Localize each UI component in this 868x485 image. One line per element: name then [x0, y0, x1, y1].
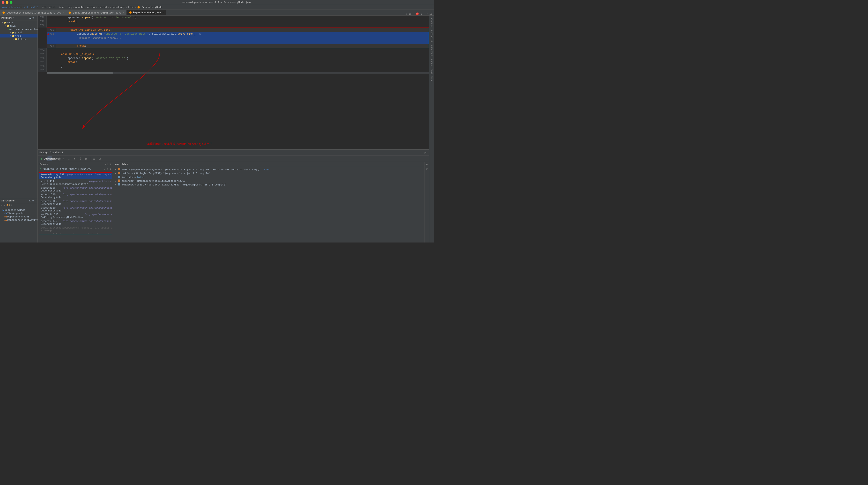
structure-icon-1[interactable]: ↑↓	[1, 204, 4, 207]
structure-item-dependency-node[interactable]: C● DependencyNode	[0, 208, 37, 212]
debug-frames-btn[interactable]: ≡	[92, 156, 96, 161]
debug-step-out-btn[interactable]: ↑	[72, 156, 77, 161]
breadcrumb-item[interactable]: apache	[75, 6, 84, 9]
debug-run-to-cursor-btn[interactable]: ⤵	[78, 156, 83, 161]
tab-close-icon[interactable]: ×	[123, 11, 124, 14]
tab-close-icon[interactable]: ×	[162, 11, 163, 13]
frame-item-0[interactable]: toNodeString:732, DependencyNode (org.ap…	[39, 173, 112, 179]
breadcrumb-item[interactable]: src	[42, 6, 46, 9]
var-item-this[interactable]: ▶ this = {DependencyNode@2958} "(org.exa…	[113, 168, 424, 172]
window-controls[interactable]	[2, 1, 12, 4]
frame-item-4[interactable]: accept:310, DependencyNode (org.apache.m…	[39, 199, 112, 206]
debug-session-label[interactable]: localhost	[50, 151, 63, 154]
breadcrumb-item[interactable]: 🔶 DependencyNode	[137, 6, 162, 9]
var-view-link[interactable]: View	[264, 168, 270, 171]
right-tab-structure[interactable]: Structure	[430, 29, 434, 43]
tree-item-java[interactable]: ▾ 📁 java	[0, 24, 37, 28]
var-expand-arrow[interactable]: ▶	[115, 168, 117, 171]
structure-icon-5[interactable]: f	[9, 204, 10, 207]
var-expand-arrow[interactable]: ▶	[115, 172, 117, 175]
var-item-included[interactable]: ▶ included = false	[113, 175, 424, 179]
code-line-730: 730	[38, 24, 429, 28]
breadcrumb-item[interactable]: tree	[128, 6, 134, 9]
breadcrumb-item[interactable]: maven-dependency-tree-2.1	[2, 6, 39, 9]
breadcrumb-item[interactable]: shared	[98, 6, 107, 9]
structure-icon-3[interactable]: ℹ	[6, 204, 7, 207]
structure-toolbar[interactable]: ↑↓ ⊕ ℹ P f λ	[0, 203, 37, 208]
structure-item-constructor2[interactable]: m● DependencyNode(Artifact)	[0, 218, 37, 222]
tree-item-tree[interactable]: ▾ 📁 tree	[0, 34, 37, 37]
debug-expand-icon[interactable]: ⊕	[426, 167, 428, 171]
breadcrumb-item[interactable]: maven	[87, 6, 95, 9]
right-tab-maven[interactable]: Maven	[430, 58, 434, 67]
thread-up-icon[interactable]: ↑	[107, 168, 108, 171]
thread-dropdown-icon[interactable]: ⌄	[104, 168, 105, 171]
frame-item-3[interactable]: accept:310, DependencyNode (org.apache.m…	[39, 192, 112, 199]
frame-item-5[interactable]: accept:310, DependencyNode (org.apache.m…	[39, 206, 112, 213]
frame-item-7[interactable]: accept:317, DependencyNode (org.apache.m…	[39, 219, 112, 226]
project-close-icon[interactable]: —	[35, 17, 36, 19]
structure-sort-icon[interactable]: ↑↓	[29, 199, 32, 202]
breadcrumb-item[interactable]: dependency	[110, 6, 125, 9]
debug-settings-icon[interactable]: ⚙	[424, 151, 426, 154]
tab-default-dependency-tree-builder[interactable]: 🔶 DefaultDependencyTreeBuilder.java ×	[66, 10, 126, 15]
minimize-button[interactable]	[6, 1, 8, 4]
tab-dependency-node[interactable]: 🔶 DependencyNode.java ×	[126, 10, 166, 15]
maximize-button[interactable]	[10, 1, 12, 4]
debug-close-icon[interactable]: —	[426, 151, 427, 154]
debug-session-close[interactable]: ×	[63, 151, 65, 154]
project-panel-title: Project ▾	[1, 17, 14, 19]
breadcrumb-item[interactable]: org	[68, 6, 72, 9]
thread-down-icon[interactable]: ↓	[110, 168, 111, 171]
frame-item-9[interactable]: execute:246, TreeMojo (org.apache.maven.…	[39, 233, 112, 234]
frame-item-6[interactable]: endVisit:117, BuildingDependencyNodeVisi…	[39, 213, 112, 219]
horizontal-scrollbar[interactable]	[46, 72, 429, 74]
debug-layout-btn[interactable]: ⊞	[97, 156, 102, 161]
tab-close-icon[interactable]: ×	[63, 11, 64, 14]
tab-dependency-tree-resolution-listener[interactable]: 🔶 DependencyTreeResolutionListener.java …	[0, 10, 66, 15]
frames-down-icon[interactable]: ↓	[105, 163, 106, 166]
structure-icon-6[interactable]: λ	[11, 204, 12, 207]
frames-add-icon[interactable]: +	[110, 163, 111, 166]
debug-step-into-btn[interactable]: ↓	[67, 156, 71, 161]
frame-item-8[interactable]: serializeVerboseDependencyTree:411, Tree…	[39, 226, 112, 233]
tree-item-main[interactable]: ▸ 📁 main	[0, 21, 37, 24]
var-item-appender[interactable]: ▶ appender = {DependencyNode$ItemAppende…	[113, 179, 424, 183]
frame-item-1[interactable]: visit:154, SerializingDependencyNodeVisi…	[39, 179, 112, 186]
structure-icon-2[interactable]: ⊕	[4, 204, 5, 207]
frames-filter-icon[interactable]: ⧖	[107, 163, 109, 166]
right-tab-database[interactable]: Database	[430, 44, 434, 57]
frames-toolbar[interactable]: ↑ ↓ ⧖ +	[102, 163, 111, 166]
project-collapse-icon[interactable]: ☰	[29, 17, 32, 19]
debug-restore-icon[interactable]: ⊞	[426, 163, 428, 166]
debug-step-over-btn[interactable]: ↷	[61, 156, 66, 161]
project-gear-icon[interactable]: ⚙	[32, 17, 34, 19]
structure-gear-icon[interactable]: ⚙	[32, 199, 34, 202]
var-expand-arrow[interactable]: ▶	[115, 183, 117, 186]
structure-item-constructor1[interactable]: m● DependencyNode()	[0, 215, 37, 218]
structure-panel-toolbar[interactable]: ↑↓ ⚙ —	[29, 199, 36, 202]
debug-tab-console[interactable]: Console	[53, 156, 58, 161]
project-panel-toolbar[interactable]: ☰ ⚙ —	[29, 17, 36, 19]
tree-item-package[interactable]: ▾ ● org.apache.maven.shared.dependency	[0, 28, 37, 31]
line-content-729: break;	[46, 20, 429, 24]
frames-up-icon[interactable]: ↑	[102, 163, 104, 166]
frames-panel-header: Frames ↑ ↓ ⧖ +	[38, 162, 113, 167]
structure-panel: Structure ↑↓ ⚙ — ↑↓ ⊕ ℹ P f λ C●	[0, 198, 37, 243]
var-item-related-artifact[interactable]: ▶ relatedArtifact = {DefaultArtifact@275…	[113, 183, 424, 187]
frame-item-2[interactable]: accept:306, DependencyNode (org.apache.m…	[39, 186, 112, 192]
breadcrumb-item[interactable]: main	[50, 6, 56, 9]
structure-item-item-appender[interactable]: C● ItemAppender	[0, 212, 37, 215]
var-item-buffer[interactable]: ▶ buffer = {StringBuffer@2959} "(org.exa…	[113, 172, 424, 175]
close-button[interactable]	[2, 1, 4, 4]
structure-close-icon[interactable]: —	[35, 199, 36, 202]
var-expand-arrow[interactable]: ▶	[115, 180, 117, 182]
debug-evaluate-btn[interactable]: ▤	[84, 156, 89, 161]
right-tab-favorites[interactable]: Favorites	[430, 68, 434, 82]
right-tab-project[interactable]: Project	[430, 17, 434, 28]
variables-list: ▶ this = {DependencyNode@2958} "(org.exa…	[113, 167, 424, 243]
breadcrumb-item[interactable]: java	[59, 6, 65, 9]
tree-item-filter[interactable]: ▸ 📁 filter	[0, 37, 37, 41]
structure-icon-4[interactable]: P	[7, 204, 8, 207]
tree-item-graph[interactable]: ▸ 📁 graph	[0, 31, 37, 34]
